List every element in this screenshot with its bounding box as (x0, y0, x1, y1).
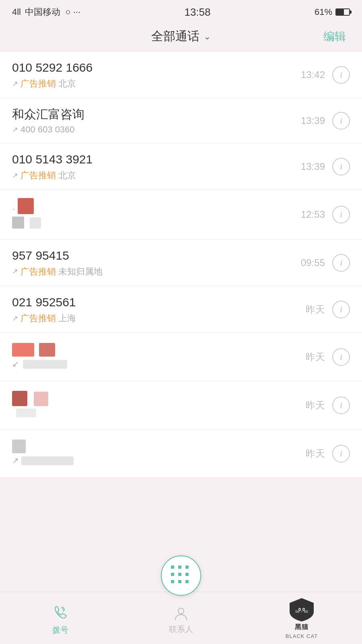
call-time: 13:39 (301, 161, 325, 172)
blackcat-en-label: BLACK CAT (286, 633, 318, 639)
censored-block-gray-sm (39, 343, 55, 357)
info-button[interactable]: i (332, 254, 350, 272)
censored-name (12, 343, 306, 357)
call-location: 北京 (58, 78, 76, 90)
contact-icon (173, 605, 189, 621)
call-info: 和众汇富咨询 ↗ 400 603 0360 (12, 106, 301, 135)
censored-arrow-text (21, 456, 74, 465)
svg-point-1 (296, 605, 307, 616)
censored-dash: - (12, 203, 15, 214)
censored-text (23, 360, 67, 369)
edit-button[interactable]: 编辑 (314, 29, 346, 44)
outgoing-call-icon: ↗ (12, 314, 18, 323)
incoming-call-icon: ↙ (12, 267, 18, 276)
censored-block-red (18, 198, 34, 214)
nav-item-dial[interactable]: 拨号 (0, 601, 121, 636)
blackcat-brand-label: 黑猫 (295, 623, 309, 632)
call-time: 13:42 (301, 69, 325, 80)
call-time: 昨天 (306, 303, 325, 316)
call-time: 09:55 (301, 257, 325, 268)
censored-block-graysq (12, 440, 26, 453)
call-tag: 广告推销 (21, 78, 56, 90)
call-item[interactable]: - 12:53 i (0, 190, 362, 239)
censored-name (12, 440, 306, 453)
nav-item-blackcat[interactable]: 黑猫 BLACK CAT (241, 597, 362, 639)
call-tag: 广告推销 (21, 312, 56, 324)
svg-point-7 (303, 609, 304, 610)
censored-block-orange (12, 343, 34, 357)
call-list: 010 5292 1666 ↗ 广告推销 北京 13:42 i 和众汇富咨询 ↗… (0, 52, 362, 478)
censored-name (12, 391, 306, 406)
phone-icon (51, 605, 69, 622)
call-time: 昨天 (306, 351, 325, 363)
call-item[interactable]: 和众汇富咨询 ↗ 400 603 0360 13:39 i (0, 98, 362, 143)
call-info: 010 5292 1666 ↗ 广告推销 北京 (12, 60, 301, 90)
info-button[interactable]: i (332, 112, 350, 130)
call-item[interactable]: 010 5143 3921 ↗ 广告推销 北京 13:39 i (0, 143, 362, 190)
call-item[interactable]: 010 5292 1666 ↗ 广告推销 北京 13:42 i (0, 52, 362, 98)
censored-name: - (12, 198, 301, 214)
call-subinfo: ↗ 广告推销 北京 (12, 169, 301, 182)
nav-dial-label: 拨号 (52, 625, 68, 636)
call-info-censored (12, 391, 306, 420)
status-time: 13:58 (184, 6, 210, 19)
censored-block-pink (34, 392, 48, 406)
outgoing-call-icon: ↗ (12, 456, 19, 465)
call-location: 北京 (58, 169, 76, 182)
info-button[interactable]: i (332, 301, 350, 318)
call-tag: 广告推销 (21, 169, 56, 182)
call-item[interactable]: 021 952561 ↗ 广告推销 上海 昨天 i (0, 286, 362, 333)
censored-sub-text (16, 409, 36, 417)
call-name: 010 5292 1666 (12, 60, 301, 75)
censored-block-gray2 (30, 217, 41, 229)
call-subinfo: ↗ 广告推销 上海 (12, 312, 306, 324)
nav-item-contact[interactable]: 联系人 (121, 601, 241, 635)
call-number: 400 603 0360 (21, 124, 75, 135)
status-bar: 4ll 中国移动 ○ ··· 13:58 61% (0, 0, 362, 24)
dialpad-icon (171, 566, 191, 586)
call-subinfo: ↗ 400 603 0360 (12, 124, 301, 135)
call-location: 上海 (58, 312, 76, 324)
call-tag: 广告推销 (21, 266, 56, 278)
call-item[interactable]: 昨天 i (0, 381, 362, 429)
censored-block-darkred (12, 391, 27, 406)
censored-block-gray1 (12, 217, 24, 229)
call-info: 021 952561 ↗ 广告推销 上海 (12, 294, 306, 324)
outgoing-call-icon: ↗ (12, 171, 18, 180)
info-button[interactable]: i (332, 445, 350, 462)
svg-point-6 (299, 609, 300, 610)
header-title: 全部通话 ⌄ (151, 28, 211, 45)
call-name: 021 952561 (12, 294, 306, 310)
battery-info: 61% (315, 7, 350, 17)
info-button[interactable]: i (332, 158, 350, 175)
call-name: 和众汇富咨询 (12, 106, 301, 122)
call-info-censored: ↙ (12, 343, 306, 371)
info-button[interactable]: i (332, 348, 350, 366)
svg-point-0 (178, 608, 184, 614)
incoming-call-icon: ↙ (12, 359, 19, 369)
call-item[interactable]: ↙ 昨天 i (0, 333, 362, 381)
info-button[interactable]: i (332, 396, 350, 414)
call-time: 12:53 (301, 209, 325, 220)
info-button[interactable]: i (332, 206, 350, 223)
call-subinfo: ↙ 广告推销 未知归属地 (12, 266, 301, 278)
censored-sub: ↙ (12, 359, 306, 369)
call-location: 未知归属地 (58, 266, 103, 278)
outgoing-call-icon: ↗ (12, 79, 18, 88)
carrier-signal: 4ll 中国移动 ○ ··· (12, 6, 80, 18)
call-info: 010 5143 3921 ↗ 广告推销 北京 (12, 151, 301, 182)
call-time: 昨天 (306, 399, 325, 412)
call-item[interactable]: ↗ 昨天 i (0, 429, 362, 478)
call-info: 957 95415 ↙ 广告推销 未知归属地 (12, 248, 301, 278)
header: 全部通话 ⌄ 编辑 (0, 24, 362, 51)
call-item[interactable]: 957 95415 ↙ 广告推销 未知归属地 09:55 i (0, 239, 362, 286)
call-time: 昨天 (306, 447, 325, 460)
call-info-censored: - (12, 198, 301, 231)
info-button[interactable]: i (332, 66, 350, 84)
call-time: 13:39 (301, 115, 325, 126)
bottom-nav: 拨号 联系人 (0, 592, 362, 644)
dialpad-fab[interactable] (161, 555, 201, 596)
call-info-censored: ↗ (12, 440, 306, 468)
chevron-down-icon[interactable]: ⌄ (204, 31, 211, 42)
censored-sub: ↗ (12, 456, 306, 465)
